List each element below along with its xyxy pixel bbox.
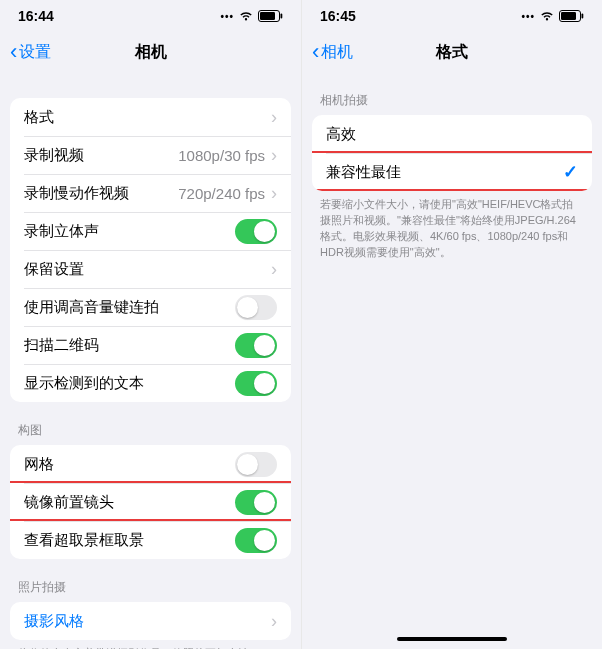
row-label: 查看超取景框取景 bbox=[24, 531, 235, 550]
chevron-right-icon: › bbox=[271, 145, 277, 166]
toggle-knob bbox=[237, 297, 258, 318]
status-bar: 16:44 ••• bbox=[0, 6, 301, 26]
toggle-switch[interactable] bbox=[235, 333, 277, 358]
settings-row[interactable]: 保留设置› bbox=[10, 250, 291, 288]
settings-row[interactable]: 网格 bbox=[10, 445, 291, 483]
format-list: 高效兼容性最佳✓ bbox=[312, 115, 592, 191]
left-phone: 16:44 ••• ‹ 设置 相机 格式›录制视频1080p/30 fps›录制… bbox=[0, 0, 301, 649]
svg-rect-4 bbox=[561, 12, 576, 20]
status-time: 16:45 bbox=[320, 8, 356, 24]
wifi-icon bbox=[539, 10, 555, 22]
cellular-icon: ••• bbox=[521, 11, 535, 22]
toggle-knob bbox=[254, 335, 275, 356]
group3-footer: 将你的个人审美带进摄影作品，使照片更加个性化。"摄影风格"使用先进的场景理解技术… bbox=[0, 640, 301, 649]
row-detail: 720p/240 fps bbox=[178, 185, 265, 202]
group1-footer: 若要缩小文件大小，请使用"高效"HEIF/HEVC格式拍摄照片和视频。"兼容性最… bbox=[302, 191, 602, 261]
back-button[interactable]: ‹ 设置 bbox=[10, 41, 51, 63]
row-label: 保留设置 bbox=[24, 260, 271, 279]
toggle-knob bbox=[254, 530, 275, 551]
back-button[interactable]: ‹ 相机 bbox=[312, 41, 353, 63]
chevron-right-icon: › bbox=[271, 259, 277, 280]
status-right: ••• bbox=[220, 10, 283, 22]
settings-list-3: 摄影风格› bbox=[10, 602, 291, 640]
settings-row[interactable]: 高效 bbox=[312, 115, 592, 153]
chevron-right-icon: › bbox=[271, 183, 277, 204]
settings-list-1: 格式›录制视频1080p/30 fps›录制慢动作视频720p/240 fps›… bbox=[10, 98, 291, 402]
settings-row[interactable]: 格式› bbox=[10, 98, 291, 136]
toggle-knob bbox=[237, 454, 258, 475]
chevron-right-icon: › bbox=[271, 107, 277, 128]
toggle-switch[interactable] bbox=[235, 452, 277, 477]
battery-icon bbox=[258, 10, 283, 22]
right-phone: 16:45 ••• ‹ 相机 格式 相机拍摄 高效兼容性最佳✓ bbox=[301, 0, 602, 649]
toggle-switch[interactable] bbox=[235, 219, 277, 244]
settings-row[interactable]: 摄影风格› bbox=[10, 602, 291, 640]
back-label: 设置 bbox=[19, 42, 51, 63]
group-header-photo: 照片拍摄 bbox=[0, 559, 301, 602]
toggle-switch[interactable] bbox=[235, 295, 277, 320]
row-label: 镜像前置镜头 bbox=[24, 493, 235, 512]
chevron-right-icon: › bbox=[271, 611, 277, 632]
back-label: 相机 bbox=[321, 42, 353, 63]
settings-row[interactable]: 显示检测到的文本 bbox=[10, 364, 291, 402]
row-label: 扫描二维码 bbox=[24, 336, 235, 355]
settings-row[interactable]: 使用调高音量键连拍 bbox=[10, 288, 291, 326]
settings-row[interactable]: 兼容性最佳✓ bbox=[312, 153, 592, 191]
status-right: ••• bbox=[521, 10, 584, 22]
settings-list-2: 网格镜像前置镜头查看超取景框取景 bbox=[10, 445, 291, 559]
nav-header: ‹ 设置 相机 bbox=[0, 32, 301, 72]
wifi-icon bbox=[238, 10, 254, 22]
settings-row[interactable]: 录制慢动作视频720p/240 fps› bbox=[10, 174, 291, 212]
row-label: 录制视频 bbox=[24, 146, 178, 165]
toggle-knob bbox=[254, 492, 275, 513]
svg-rect-5 bbox=[582, 14, 584, 19]
settings-row[interactable]: 扫描二维码 bbox=[10, 326, 291, 364]
battery-icon bbox=[559, 10, 584, 22]
row-label: 网格 bbox=[24, 455, 235, 474]
settings-row[interactable]: 查看超取景框取景 bbox=[10, 521, 291, 559]
row-label: 高效 bbox=[326, 125, 578, 144]
row-label: 使用调高音量键连拍 bbox=[24, 298, 235, 317]
nav-header: ‹ 相机 格式 bbox=[302, 32, 602, 72]
status-bar: 16:45 ••• bbox=[302, 6, 602, 26]
group-header-capture: 相机拍摄 bbox=[302, 72, 602, 115]
row-label: 摄影风格 bbox=[24, 612, 271, 631]
toggle-knob bbox=[254, 221, 275, 242]
svg-rect-1 bbox=[260, 12, 275, 20]
chevron-left-icon: ‹ bbox=[312, 41, 319, 63]
group-header-composition: 构图 bbox=[0, 402, 301, 445]
toggle-switch[interactable] bbox=[235, 528, 277, 553]
settings-row[interactable]: 录制视频1080p/30 fps› bbox=[10, 136, 291, 174]
settings-row[interactable]: 镜像前置镜头 bbox=[10, 483, 291, 521]
row-detail: 1080p/30 fps bbox=[178, 147, 265, 164]
row-label: 兼容性最佳 bbox=[326, 163, 563, 182]
chevron-left-icon: ‹ bbox=[10, 41, 17, 63]
settings-row[interactable]: 录制立体声 bbox=[10, 212, 291, 250]
row-label: 显示检测到的文本 bbox=[24, 374, 235, 393]
row-label: 录制慢动作视频 bbox=[24, 184, 178, 203]
row-label: 录制立体声 bbox=[24, 222, 235, 241]
toggle-switch[interactable] bbox=[235, 371, 277, 396]
cellular-icon: ••• bbox=[220, 11, 234, 22]
row-label: 格式 bbox=[24, 108, 271, 127]
toggle-switch[interactable] bbox=[235, 490, 277, 515]
home-indicator bbox=[397, 637, 507, 641]
check-icon: ✓ bbox=[563, 161, 578, 183]
svg-rect-2 bbox=[281, 14, 283, 19]
toggle-knob bbox=[254, 373, 275, 394]
status-time: 16:44 bbox=[18, 8, 54, 24]
